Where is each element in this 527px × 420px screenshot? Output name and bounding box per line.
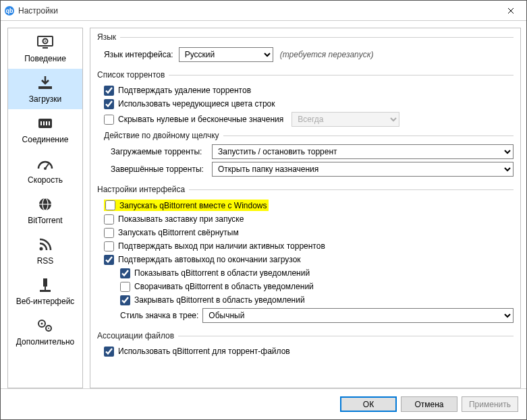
gear-monitor-icon (36, 32, 55, 53)
gauge-icon (36, 154, 54, 174)
sidebar-item-label: Поведение (24, 54, 66, 63)
language-group: Язык Язык интерфейса: Русский (требуется… (97, 32, 514, 63)
svg-rect-8 (46, 121, 47, 125)
sidebar-item-advanced[interactable]: Дополнительно (8, 311, 82, 352)
sidebar: Поведение Загрузки Соединение Скорость (7, 28, 83, 388)
torrent-list-group: Список торрентов Подтверждать удаление т… (97, 70, 514, 178)
svg-point-20 (41, 323, 43, 325)
confirm-autoexit-checkbox[interactable] (104, 255, 114, 265)
sidebar-item-label: Скорость (28, 175, 63, 185)
divider (223, 136, 514, 136)
gears-icon (36, 316, 54, 336)
cancel-button[interactable]: Отмена (401, 396, 457, 412)
settings-window: qb Настройки Поведение Загрузки (0, 0, 527, 420)
minimize-tray-checkbox[interactable] (120, 282, 130, 292)
divider (178, 336, 514, 336)
downloading-label: Загружаемые торренты: (111, 147, 212, 156)
settings-panel: Язык Язык интерфейса: Русский (требуется… (90, 28, 521, 388)
apply-button[interactable]: Применить (462, 396, 518, 412)
sidebar-item-label: BitTorrent (28, 216, 62, 225)
svg-rect-4 (38, 86, 52, 89)
checkbox-label: Показывать qBittorrent в области уведомл… (134, 268, 310, 278)
group-title: Ассоциации файлов (97, 331, 174, 340)
close-tray-checkbox[interactable] (120, 295, 130, 305)
file-assoc-group: Ассоциации файлов Использовать qBittorre… (97, 331, 514, 358)
group-title: Список торрентов (97, 70, 165, 80)
sidebar-item-label: Соединение (22, 135, 69, 144)
divider (189, 189, 514, 190)
svg-rect-6 (40, 121, 42, 125)
sidebar-item-webui[interactable]: Веб-интерфейс (8, 271, 82, 311)
show-tray-checkbox[interactable] (120, 268, 130, 278)
divider (120, 37, 514, 38)
group-title: Настройки интерфейса (97, 185, 185, 194)
confirm-exit-active-checkbox[interactable] (104, 241, 114, 251)
restart-hint: (требуется перезапуск) (280, 50, 374, 59)
tray-style-select[interactable]: Обычный (202, 308, 514, 323)
download-icon (36, 73, 54, 93)
svg-rect-16 (43, 278, 47, 287)
svg-rect-7 (43, 121, 45, 125)
group-title: Язык (97, 32, 116, 42)
checkbox-label: Подтверждать удаление торрентов (118, 86, 251, 95)
ok-button[interactable]: ОК (340, 396, 397, 412)
show-splash-checkbox[interactable] (104, 214, 114, 224)
hide-zero-mode-select: Всегда (292, 112, 399, 127)
checkbox-label: Показывать заставку при запуске (118, 214, 244, 224)
svg-point-3 (45, 40, 46, 42)
completed-label: Завершённые торренты: (111, 164, 212, 174)
language-select[interactable]: Русский (179, 47, 273, 62)
sidebar-item-behavior[interactable]: Поведение (8, 28, 82, 69)
highlighted-option: Запускать qBittorrent вместе с Windows (104, 200, 269, 211)
checkbox-label: Использовать qBittorrent для торрент-фай… (118, 347, 290, 356)
rss-icon (38, 235, 53, 255)
checkbox-label: Запускать qBittorrent свёрнутым (118, 228, 239, 237)
divider (169, 75, 514, 76)
svg-rect-18 (40, 290, 51, 292)
sidebar-item-downloads[interactable]: Загрузки (8, 69, 82, 109)
sidebar-item-connection[interactable]: Соединение (8, 109, 82, 150)
sidebar-item-rss[interactable]: RSS (8, 231, 82, 271)
sidebar-item-label: Дополнительно (16, 337, 74, 347)
svg-line-11 (45, 164, 49, 169)
checkbox-label: Закрывать qBittorrent в область уведомле… (134, 295, 305, 305)
interface-group: Настройки интерфейса Запускать qBittorre… (97, 185, 514, 324)
completed-action-select[interactable]: Открыть папку назначения (212, 162, 514, 177)
sidebar-item-speed[interactable]: Скорость (8, 150, 82, 190)
checkbox-label: Подтверждать выход при наличии активных … (118, 241, 325, 251)
subgroup-title: Действие по двойному щелчку (104, 131, 219, 140)
svg-rect-9 (49, 121, 50, 125)
alt-rows-checkbox[interactable] (104, 99, 114, 109)
start-with-windows-checkbox[interactable] (105, 200, 115, 210)
assoc-torrent-checkbox[interactable] (104, 347, 114, 357)
globe-icon (37, 194, 53, 214)
svg-point-22 (48, 328, 49, 329)
svg-point-15 (40, 247, 43, 251)
dialog-footer: ОК Отмена Применить (1, 388, 526, 419)
checkbox-label: Запускать qBittorrent вместе с Windows (119, 201, 267, 210)
checkbox-label: Подтверждать автовыход по окончании загр… (118, 255, 301, 264)
svg-rect-1 (43, 47, 48, 49)
checkbox-label: Сворачивать qBittorrent в область уведом… (134, 282, 314, 291)
sidebar-item-bittorrent[interactable]: BitTorrent (8, 190, 82, 231)
sidebar-item-label: Загрузки (29, 94, 61, 104)
hide-zero-checkbox[interactable] (104, 115, 114, 125)
sidebar-item-label: Веб-интерфейс (16, 297, 75, 306)
tray-style-label: Стиль значка в трее: (120, 311, 198, 320)
downloading-action-select[interactable]: Запустить / остановить торрент (212, 144, 514, 159)
checkbox-label: Использовать чередующиеся цвета строк (118, 99, 275, 109)
start-minimized-checkbox[interactable] (104, 228, 114, 238)
window-title: Настройки (18, 6, 495, 16)
sidebar-item-label: RSS (37, 256, 54, 266)
close-button[interactable] (495, 1, 526, 21)
dialog-body: Поведение Загрузки Соединение Скорость (1, 21, 526, 388)
server-stand-icon (38, 275, 53, 295)
confirm-delete-checkbox[interactable] (104, 86, 114, 96)
app-icon: qb (5, 6, 14, 16)
checkbox-label: Скрывать нулевые и бесконечные значения (118, 115, 283, 124)
ethernet-icon (36, 113, 54, 133)
language-label: Язык интерфейса: (104, 50, 173, 59)
titlebar: qb Настройки (1, 1, 526, 21)
